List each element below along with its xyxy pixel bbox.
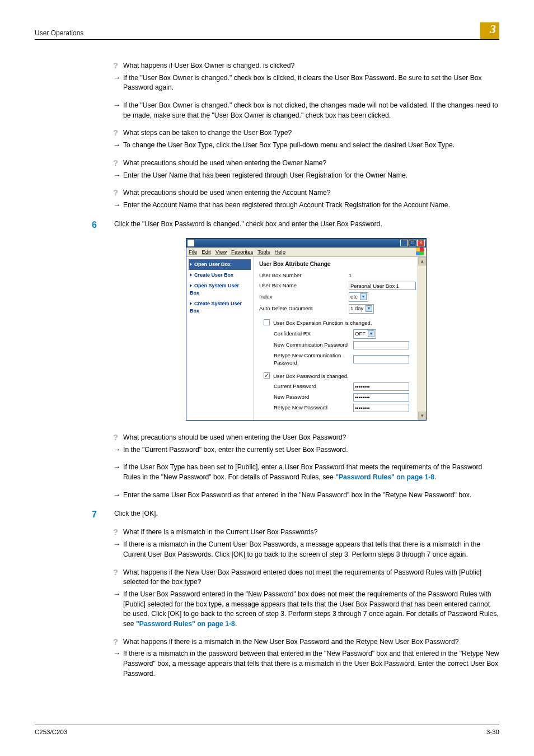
chevron-down-icon: ▾ — [366, 305, 372, 312]
answer-text: If the "User Box Owner is changed." chec… — [123, 101, 499, 120]
question-text: What precautions should be used when ent… — [123, 188, 499, 198]
question-text: What precautions should be used when ent… — [123, 158, 499, 169]
arrow-icon: → — [113, 540, 123, 559]
footer-model: C253/C203 — [35, 727, 486, 737]
input-retype-password[interactable] — [353, 404, 409, 412]
select-auto-delete[interactable]: 1 day▾ — [349, 304, 374, 314]
app-icon — [188, 240, 194, 246]
label-retype-password: Retype New Password — [274, 404, 353, 412]
arrow-icon: → — [113, 649, 123, 679]
label-auto-delete: Auto Delete Document — [259, 305, 349, 312]
checkbox-expansion[interactable] — [264, 319, 270, 325]
label-password-changed: User Box Password is changed. — [273, 372, 349, 380]
question-icon: ? — [113, 61, 123, 71]
input-new-password[interactable] — [353, 393, 409, 402]
question-icon: ? — [113, 158, 123, 169]
link-password-rules[interactable]: "Password Rules" on page 1-8 — [335, 473, 434, 481]
nav-open-system-user-box[interactable]: Open System User Box — [189, 281, 251, 298]
nav-open-user-box[interactable]: Open User Box — [189, 259, 251, 270]
label-expansion: User Box Expansion Function is changed. — [273, 319, 372, 327]
checkbox-password-changed[interactable] — [264, 372, 270, 379]
input-current-password[interactable] — [353, 382, 409, 391]
step-number: 6 — [91, 218, 114, 231]
label-confidential-rx: Confidential RX — [274, 330, 353, 338]
question-icon: ? — [113, 528, 123, 538]
question-text: What happens if User Box Owner is change… — [123, 61, 499, 71]
arrow-icon: → — [113, 171, 123, 181]
menu-file[interactable]: File — [189, 248, 197, 256]
answer-text: If there is a mismatch in the Current Us… — [123, 540, 499, 559]
arrow-icon: → — [113, 491, 123, 501]
answer-text: In the "Current Password" box, enter the… — [123, 445, 499, 455]
answer-text: If the "User Box Owner is changed." chec… — [123, 73, 499, 93]
embedded-screenshot: _ □ × File Edit View Favorites Tools Hel… — [186, 238, 427, 421]
link-password-rules[interactable]: "Password Rules" on page 1-8 — [136, 620, 235, 628]
label-current-password: Current Password — [274, 382, 353, 390]
select-confidential-rx[interactable]: OFF▾ — [353, 329, 376, 339]
browser-menubar: File Edit View Favorites Tools Help — [186, 248, 426, 257]
menu-help[interactable]: Help — [274, 248, 285, 256]
input-retype-comm-pw[interactable] — [353, 355, 409, 363]
question-icon: ? — [113, 433, 123, 443]
menu-edit[interactable]: Edit — [202, 248, 210, 256]
arrow-icon: → — [113, 200, 123, 211]
nav-create-system-user-box[interactable]: Create System User Box — [189, 298, 251, 316]
chevron-down-icon: ▾ — [360, 293, 367, 300]
answer-text: Enter the Account Name that has been reg… — [123, 200, 499, 211]
label-retype-comm-pw: Retype New Communication Password — [274, 352, 353, 367]
question-icon: ? — [113, 568, 123, 587]
arrow-icon: → — [113, 73, 123, 93]
answer-text: If the User Box Type has been set to [Pu… — [123, 463, 499, 482]
label-user-box-name: User Box Name — [259, 282, 349, 290]
label-new-password: New Password — [274, 393, 353, 401]
chapter-badge: 3 — [480, 22, 499, 39]
question-text: What happens if there is a mismatch in t… — [123, 637, 499, 647]
question-icon: ? — [113, 128, 123, 138]
windows-logo-icon — [416, 248, 425, 256]
arrow-icon: → — [113, 590, 123, 629]
answer-text: If the User Box Password entered in the … — [123, 590, 499, 629]
menu-tools[interactable]: Tools — [257, 248, 270, 256]
question-icon: ? — [113, 637, 123, 647]
window-titlebar: _ □ × — [186, 239, 426, 248]
close-icon[interactable]: × — [417, 240, 425, 246]
value-user-box-number: 1 — [349, 272, 352, 279]
footer-page: 3-30 — [486, 727, 499, 737]
question-icon: ? — [113, 188, 123, 198]
step-text: Click the [OK]. — [114, 508, 499, 521]
input-user-box-name[interactable] — [349, 282, 416, 290]
question-text: What precautions should be used when ent… — [123, 433, 499, 443]
panel-title: User Box Attribute Change — [259, 260, 416, 269]
minimize-icon[interactable]: _ — [400, 240, 408, 246]
chapter-number: 3 — [490, 20, 496, 38]
scrollbar[interactable] — [418, 257, 426, 420]
chevron-down-icon: ▾ — [368, 330, 374, 337]
label-user-box-number: User Box Number — [259, 272, 349, 279]
answer-text: If there is a mismatch in the password b… — [123, 649, 499, 679]
label-index: Index — [259, 293, 349, 301]
question-text: What happens if the New User Box Passwor… — [123, 568, 499, 587]
answer-text: Enter the same User Box Password as that… — [123, 491, 499, 501]
menu-view[interactable]: View — [216, 248, 227, 256]
answer-text: To change the User Box Type, click the U… — [123, 141, 499, 151]
arrow-icon: → — [113, 141, 123, 151]
select-index[interactable]: etc▾ — [349, 292, 368, 302]
maximize-icon[interactable]: □ — [409, 240, 416, 246]
answer-text: Enter the User Name that has been regist… — [123, 171, 499, 181]
question-text: What if there is a mismatch in the Curre… — [123, 528, 499, 538]
side-nav: Open User Box Create User Box Open Syste… — [186, 257, 254, 420]
arrow-icon: → — [113, 463, 123, 482]
arrow-icon: → — [113, 101, 123, 120]
question-text: What steps can be taken to change the Us… — [123, 128, 499, 138]
nav-create-user-box[interactable]: Create User Box — [189, 270, 251, 281]
arrow-icon: → — [113, 445, 123, 455]
menu-favorites[interactable]: Favorites — [231, 248, 253, 256]
step-number: 7 — [91, 508, 114, 521]
running-header: User Operations — [35, 29, 480, 38]
input-new-comm-pw[interactable] — [353, 341, 409, 349]
label-new-comm-pw: New Communication Password — [274, 341, 353, 349]
step-text: Click the "User Box Password is changed.… — [114, 218, 499, 231]
